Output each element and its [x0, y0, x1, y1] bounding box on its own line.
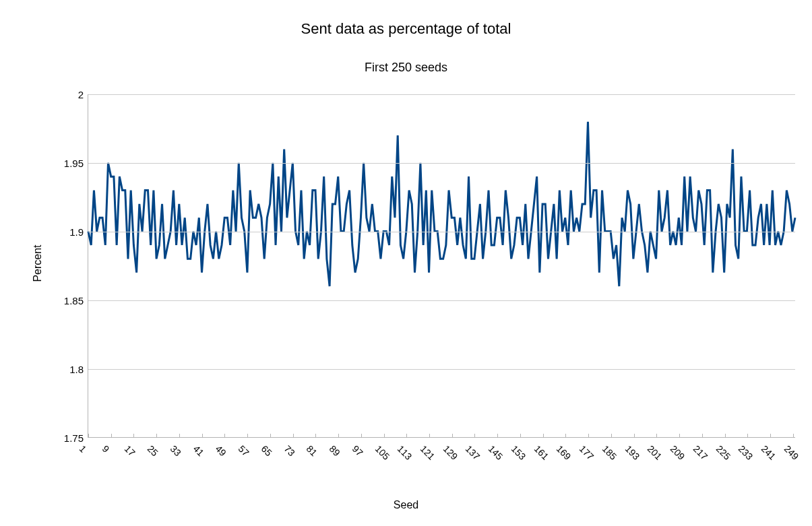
- x-tick-label: 145: [487, 443, 505, 462]
- x-tick-label: 1: [77, 443, 89, 455]
- x-tick-mark: [224, 434, 225, 438]
- x-tick-mark: [361, 434, 362, 438]
- gridline-h: [88, 300, 795, 301]
- y-tick-label: 1.75: [57, 432, 84, 444]
- x-tick-label: 137: [464, 443, 482, 462]
- y-tick-label: 2: [57, 89, 84, 100]
- y-tick-label: 1.85: [57, 295, 84, 306]
- x-tick-label: 89: [327, 443, 342, 458]
- x-tick-label: 217: [691, 443, 710, 462]
- x-tick-label: 17: [123, 443, 137, 458]
- chart-container: Sent data as percentage of total First 2…: [0, 0, 812, 526]
- y-tick-label: 1.95: [57, 158, 84, 169]
- y-tick-label: 1.9: [57, 226, 84, 238]
- x-tick-label: 177: [577, 443, 596, 462]
- x-tick-mark: [315, 434, 316, 438]
- x-tick-label: 121: [418, 443, 437, 462]
- x-tick-mark: [634, 434, 635, 438]
- x-tick-mark: [474, 434, 475, 438]
- x-tick-label: 73: [282, 443, 296, 458]
- x-tick-label: 81: [305, 443, 319, 458]
- x-tick-label: 49: [214, 443, 228, 458]
- x-tick-label: 33: [168, 443, 183, 458]
- x-tick-mark: [725, 434, 726, 438]
- y-tick-label: 1.8: [57, 364, 84, 375]
- x-tick-label: 201: [646, 443, 664, 462]
- x-tick-mark: [202, 434, 203, 438]
- x-axis-label: Seed: [0, 499, 812, 511]
- y-axis-label: Percent: [32, 244, 44, 282]
- x-tick-mark: [111, 434, 112, 438]
- x-tick-label: 129: [441, 443, 460, 462]
- plot-area: [88, 94, 795, 438]
- x-tick-label: 225: [714, 443, 732, 462]
- gridline-h: [88, 94, 795, 95]
- x-tick-mark: [384, 434, 385, 438]
- x-tick-label: 241: [759, 443, 778, 462]
- x-tick-label: 209: [668, 443, 687, 462]
- x-tick-mark: [543, 434, 544, 438]
- x-tick-mark: [565, 434, 566, 438]
- x-tick-label: 249: [782, 443, 801, 462]
- x-tick-mark: [293, 434, 294, 438]
- x-tick-container: 1917253341495765738189971051131211291371…: [88, 439, 795, 473]
- x-tick-mark: [88, 434, 89, 438]
- x-tick-mark: [270, 434, 271, 438]
- x-tick-label: 97: [350, 443, 365, 458]
- x-tick-label: 113: [396, 443, 414, 462]
- x-tick-label: 65: [259, 443, 274, 458]
- x-tick-label: 41: [191, 443, 206, 458]
- gridline-h: [88, 369, 795, 370]
- x-tick-mark: [793, 434, 794, 438]
- x-tick-mark: [133, 434, 134, 438]
- x-tick-mark: [588, 434, 589, 438]
- chart-title: Sent data as percentage of total: [0, 20, 812, 38]
- x-tick-mark: [770, 434, 771, 438]
- x-tick-label: 57: [237, 443, 251, 458]
- x-tick-label: 193: [623, 443, 642, 462]
- x-tick-mark: [679, 434, 680, 438]
- x-tick-label: 153: [509, 443, 528, 462]
- x-tick-mark: [611, 434, 612, 438]
- x-tick-mark: [452, 434, 453, 438]
- x-tick-mark: [179, 434, 180, 438]
- gridline-h: [88, 232, 795, 232]
- x-tick-mark: [406, 434, 407, 438]
- x-tick-label: 233: [737, 443, 755, 462]
- chart-subtitle: First 250 seeds: [0, 61, 812, 75]
- x-tick-mark: [338, 434, 339, 438]
- x-tick-mark: [429, 434, 430, 438]
- x-tick-mark: [702, 434, 703, 438]
- x-tick-mark: [156, 434, 157, 438]
- x-tick-mark: [497, 434, 498, 438]
- line-series: [88, 94, 795, 437]
- x-tick-mark: [747, 434, 748, 438]
- x-tick-label: 185: [600, 443, 619, 462]
- x-tick-mark: [656, 434, 657, 438]
- x-tick-label: 9: [100, 443, 111, 455]
- x-tick-mark: [520, 434, 521, 438]
- data-line: [88, 122, 795, 286]
- gridline-h: [88, 163, 795, 164]
- x-tick-label: 25: [146, 443, 160, 458]
- x-tick-label: 161: [532, 443, 551, 462]
- x-tick-mark: [247, 434, 248, 438]
- x-tick-label: 169: [555, 443, 573, 462]
- x-tick-label: 105: [373, 443, 392, 462]
